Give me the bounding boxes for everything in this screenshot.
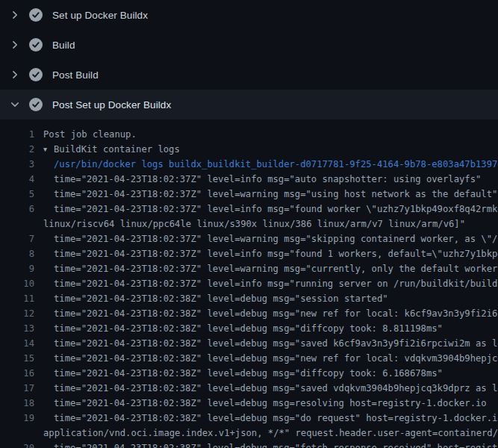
log-text: time="2021-04-23T18:02:37Z" level=info m…: [34, 202, 498, 217]
log-row: 3/usr/bin/docker logs buildx_buildkit_bu…: [0, 157, 498, 172]
log-text: time="2021-04-23T18:02:37Z" level=warnin…: [34, 231, 498, 246]
log-row: 1Post job cleanup.: [0, 127, 498, 142]
line-number[interactable]: 19: [0, 411, 34, 426]
line-number[interactable]: 6: [0, 202, 34, 217]
log-row: 15time="2021-04-23T18:02:38Z" level=debu…: [0, 351, 498, 366]
step-header-build[interactable]: Build: [0, 30, 498, 60]
line-number[interactable]: 13: [0, 321, 34, 336]
line-number[interactable]: 11: [0, 291, 34, 306]
check-circle-icon: [28, 67, 43, 82]
log-text: time="2021-04-23T18:02:37Z" level=warnin…: [34, 187, 497, 202]
log-text: time="2021-04-23T18:02:38Z" level=debug …: [34, 336, 498, 351]
command-text: /usr/bin/docker logs buildx_buildkit_bui…: [34, 157, 498, 172]
line-number: [0, 426, 34, 441]
line-number[interactable]: 16: [0, 366, 34, 381]
log-text: linux/riscv64 linux/ppc64le linux/s390x …: [34, 217, 465, 231]
log-row: 8time="2021-04-23T18:02:37Z" level=info …: [0, 246, 498, 261]
log-row: 16time="2021-04-23T18:02:38Z" level=debu…: [0, 366, 498, 381]
log-text: time="2021-04-23T18:02:38Z" level=debug …: [34, 381, 498, 396]
log-row: 17time="2021-04-23T18:02:38Z" level=debu…: [0, 381, 498, 396]
group-label: BuildKit container logs: [54, 144, 180, 155]
log-row: 13time="2021-04-23T18:02:38Z" level=debu…: [0, 321, 498, 336]
log-row: 10time="2021-04-23T18:02:37Z" level=info…: [0, 276, 498, 291]
log-text: time="2021-04-23T18:02:38Z" level=debug …: [34, 396, 487, 411]
log-text: time="2021-04-23T18:02:37Z" level=info m…: [34, 276, 498, 291]
log-text: Post job cleanup.: [34, 127, 137, 142]
line-number[interactable]: 8: [0, 246, 34, 261]
line-number: [0, 217, 34, 231]
log-row: 5time="2021-04-23T18:02:37Z" level=warni…: [0, 187, 498, 202]
step-list: Set up Docker BuildxBuildPost BuildPost …: [0, 0, 498, 119]
log-text: time="2021-04-23T18:02:38Z" level=debug …: [34, 291, 388, 306]
line-number[interactable]: 10: [0, 276, 34, 291]
step-label: Build: [52, 40, 75, 51]
log-text: time="2021-04-23T18:02:37Z" level=warnin…: [34, 261, 498, 276]
log-row: 18time="2021-04-23T18:02:38Z" level=debu…: [0, 396, 498, 411]
log-text: ▼BuildKit container logs: [34, 142, 180, 157]
log-text: time="2021-04-23T18:02:38Z" level=debug …: [34, 351, 498, 366]
line-number[interactable]: 15: [0, 351, 34, 366]
group-toggle-icon[interactable]: ▼: [43, 142, 54, 157]
chevron-right-icon[interactable]: [9, 69, 21, 81]
log-row: 7time="2021-04-23T18:02:37Z" level=warni…: [0, 231, 498, 246]
step-label: Post Build: [52, 69, 99, 81]
log-row: 11time="2021-04-23T18:02:38Z" level=debu…: [0, 291, 498, 306]
line-number[interactable]: 12: [0, 306, 34, 321]
log-row: 14time="2021-04-23T18:02:38Z" level=debu…: [0, 336, 498, 351]
log-text: application/vnd.oci.image.index.v1+json,…: [34, 426, 498, 441]
log-text: time="2021-04-23T18:02:38Z" level=debug …: [34, 366, 443, 381]
line-number[interactable]: 14: [0, 336, 34, 351]
log-lines: 1Post job cleanup.2▼BuildKit container l…: [0, 119, 498, 448]
log-row: 4time="2021-04-23T18:02:37Z" level=info …: [0, 172, 498, 187]
log-row: 12time="2021-04-23T18:02:38Z" level=debu…: [0, 306, 498, 321]
log-row: 20time="2021-04-23T18:02:38Z" level=debu…: [0, 441, 498, 448]
log-row: 6time="2021-04-23T18:02:37Z" level=info …: [0, 202, 498, 217]
log-text: time="2021-04-23T18:02:38Z" level=debug …: [34, 411, 498, 426]
log-row: 19time="2021-04-23T18:02:38Z" level=debu…: [0, 411, 498, 426]
line-number[interactable]: 5: [0, 187, 34, 202]
line-number[interactable]: 9: [0, 261, 34, 276]
log-text: time="2021-04-23T18:02:37Z" level=info m…: [34, 172, 481, 187]
log-text: time="2021-04-23T18:02:38Z" level=debug …: [34, 306, 498, 321]
step-header-post-build[interactable]: Post Build: [0, 60, 498, 90]
chevron-right-icon[interactable]: [9, 39, 21, 51]
line-number[interactable]: 17: [0, 381, 34, 396]
log-row: 2▼BuildKit container logs: [0, 142, 498, 157]
check-circle-icon: [28, 37, 43, 52]
step-label: Post Set up Docker Buildx: [52, 99, 171, 111]
line-number[interactable]: 20: [0, 441, 34, 448]
log-text: time="2021-04-23T18:02:38Z" level=debug …: [34, 441, 498, 448]
line-number[interactable]: 7: [0, 231, 34, 246]
log-text: time="2021-04-23T18:02:37Z" level=info m…: [34, 246, 498, 261]
chevron-right-icon[interactable]: [9, 9, 21, 21]
step-header-post-set-up-docker-buildx[interactable]: Post Set up Docker Buildx: [0, 90, 498, 119]
chevron-down-icon[interactable]: [9, 99, 21, 111]
line-number[interactable]: 4: [0, 172, 34, 187]
check-circle-icon: [28, 97, 43, 112]
line-number[interactable]: 1: [0, 127, 34, 142]
log-row: linux/riscv64 linux/ppc64le linux/s390x …: [0, 217, 498, 231]
log-row: 9time="2021-04-23T18:02:37Z" level=warni…: [0, 261, 498, 276]
line-number[interactable]: 18: [0, 396, 34, 411]
check-circle-icon: [28, 7, 43, 22]
log-row: application/vnd.oci.image.index.v1+json,…: [0, 426, 498, 441]
log-text: time="2021-04-23T18:02:38Z" level=debug …: [34, 321, 443, 336]
step-header-set-up-docker-buildx[interactable]: Set up Docker Buildx: [0, 0, 498, 30]
step-label: Set up Docker Buildx: [52, 10, 148, 21]
line-number[interactable]: 2: [0, 142, 34, 157]
line-number[interactable]: 3: [0, 157, 34, 172]
